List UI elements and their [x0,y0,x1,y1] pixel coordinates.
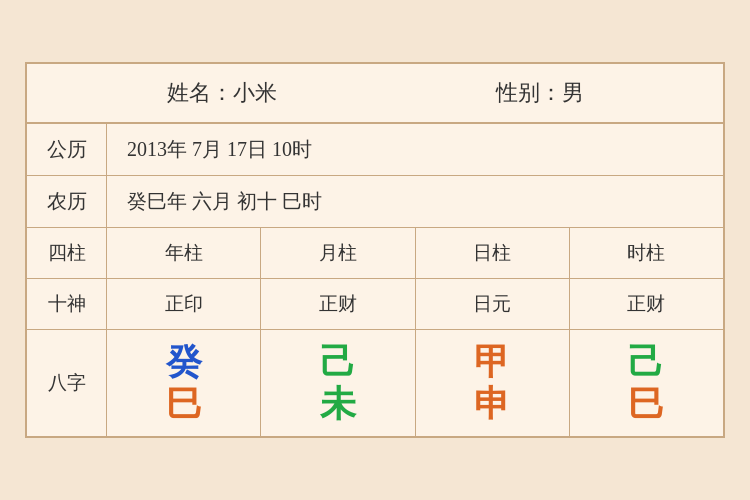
bazhi-col-0: 癸 巳 [107,330,261,436]
bazhi-bottom-3: 巳 [628,386,664,422]
bazhi-label: 八字 [27,330,107,436]
bazhi-top-1: 己 [320,344,356,380]
bazhi-bottom-0: 巳 [166,386,202,422]
gregorian-label: 公历 [27,124,107,175]
bazhi-top-2: 甲 [474,344,510,380]
sizhu-col-2: 日柱 [416,228,570,278]
bazhi-col-2: 甲 申 [416,330,570,436]
bazhi-row: 八字 癸 巳 己 未 甲 申 己 巳 [27,330,723,436]
bazhi-bottom-1: 未 [320,386,356,422]
gender-label: 性别：男 [496,78,584,108]
shishen-col-1: 正财 [261,279,415,329]
bazhi-col-3: 己 巳 [570,330,723,436]
bazhi-col-1: 己 未 [261,330,415,436]
main-container: 姓名：小米 性别：男 公历 2013年 7月 17日 10时 农历 癸巳年 六月… [25,62,725,438]
bazhi-top-0: 癸 [166,344,202,380]
name-label: 姓名：小米 [167,78,277,108]
sizhu-col-0: 年柱 [107,228,261,278]
shishen-label: 十神 [27,279,107,329]
lunar-label: 农历 [27,176,107,227]
shishen-col-2: 日元 [416,279,570,329]
shishen-row: 十神 正印 正财 日元 正财 [27,279,723,330]
gregorian-value: 2013年 7月 17日 10时 [107,124,723,175]
sizhu-col-1: 月柱 [261,228,415,278]
sizhu-row: 四柱 年柱 月柱 日柱 时柱 [27,228,723,279]
gregorian-row: 公历 2013年 7月 17日 10时 [27,124,723,176]
sizhu-label: 四柱 [27,228,107,278]
shishen-col-3: 正财 [570,279,723,329]
bazhi-bottom-2: 申 [474,386,510,422]
shishen-col-0: 正印 [107,279,261,329]
sizhu-col-3: 时柱 [570,228,723,278]
header-row: 姓名：小米 性别：男 [27,64,723,124]
lunar-row: 农历 癸巳年 六月 初十 巳时 [27,176,723,228]
bazhi-top-3: 己 [628,344,664,380]
lunar-value: 癸巳年 六月 初十 巳时 [107,176,723,227]
